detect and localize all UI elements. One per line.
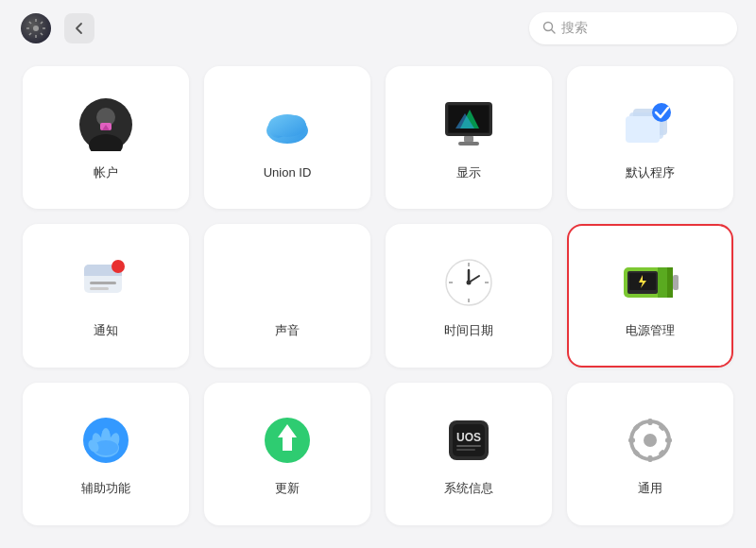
- power-icon: [620, 252, 680, 313]
- account-icon: [76, 94, 136, 155]
- svg-rect-79: [665, 438, 672, 443]
- notification-icon: [76, 252, 136, 313]
- general-icon: [620, 410, 680, 471]
- search-icon: [542, 21, 556, 37]
- back-button[interactable]: [64, 13, 94, 43]
- svg-rect-77: [648, 455, 653, 462]
- logo-button[interactable]: [19, 11, 53, 45]
- svg-rect-30: [626, 116, 660, 143]
- svg-point-75: [644, 434, 657, 447]
- svg-rect-78: [628, 438, 635, 443]
- sysinfo-label: 系统信息: [444, 480, 493, 497]
- settings-grid: 帐户 Union ID: [0, 57, 756, 548]
- grid-item-sysinfo[interactable]: UOS 系统信息: [386, 383, 552, 525]
- svg-line-8: [29, 33, 31, 35]
- update-icon: [257, 410, 318, 471]
- accessibility-label: 辅助功能: [81, 480, 130, 497]
- grid-item-accessibility[interactable]: 辅助功能: [23, 383, 189, 525]
- svg-rect-73: [456, 449, 475, 451]
- svg-line-5: [29, 22, 31, 24]
- account-label: 帐户: [94, 164, 118, 181]
- datetime-icon: [438, 252, 499, 313]
- svg-line-6: [41, 33, 43, 35]
- sound-icon: [257, 252, 318, 313]
- datetime-label: 时间日期: [444, 322, 493, 339]
- grid-item-notification[interactable]: 通知: [23, 224, 189, 367]
- search-placeholder: 搜索: [561, 20, 588, 37]
- display-icon: [438, 94, 499, 155]
- grid-item-account[interactable]: 帐户: [23, 66, 189, 209]
- svg-point-51: [467, 280, 472, 284]
- grid-item-default-apps[interactable]: 默认程序: [567, 66, 733, 209]
- svg-rect-36: [90, 282, 116, 284]
- general-label: 通用: [638, 480, 662, 497]
- top-bar: 搜索: [0, 0, 756, 57]
- svg-text:UOS: UOS: [456, 431, 481, 444]
- svg-rect-56: [667, 267, 673, 298]
- svg-rect-53: [673, 275, 679, 290]
- default-apps-icon: [620, 94, 680, 155]
- svg-rect-76: [648, 419, 653, 425]
- svg-point-19: [268, 114, 306, 137]
- svg-rect-37: [90, 287, 109, 290]
- svg-rect-27: [458, 142, 479, 146]
- grid-item-display[interactable]: 显示: [386, 66, 552, 209]
- svg-line-10: [552, 29, 556, 33]
- svg-point-35: [112, 260, 125, 273]
- power-label: 电源管理: [626, 322, 675, 339]
- logo-icon: [21, 13, 51, 43]
- union-id-icon: [257, 95, 318, 156]
- union-id-label: Union ID: [264, 165, 312, 180]
- grid-item-union-id[interactable]: Union ID: [204, 66, 370, 209]
- svg-rect-72: [456, 445, 481, 447]
- grid-item-update[interactable]: 更新: [204, 383, 370, 525]
- sound-label: 声音: [275, 322, 300, 339]
- grid-item-datetime[interactable]: 时间日期: [386, 224, 552, 367]
- sysinfo-icon: UOS: [438, 410, 499, 471]
- svg-line-7: [41, 22, 43, 24]
- accessibility-icon: [76, 410, 136, 471]
- svg-point-0: [33, 26, 39, 31]
- default-apps-label: 默认程序: [626, 164, 675, 181]
- display-label: 显示: [456, 164, 481, 181]
- grid-item-sound[interactable]: 声音: [204, 224, 370, 367]
- svg-rect-26: [464, 136, 473, 142]
- grid-item-general[interactable]: 通用: [567, 383, 733, 525]
- search-bar[interactable]: 搜索: [529, 12, 737, 44]
- notification-label: 通知: [94, 322, 118, 339]
- update-label: 更新: [275, 480, 300, 497]
- grid-item-power[interactable]: 电源管理: [567, 224, 733, 367]
